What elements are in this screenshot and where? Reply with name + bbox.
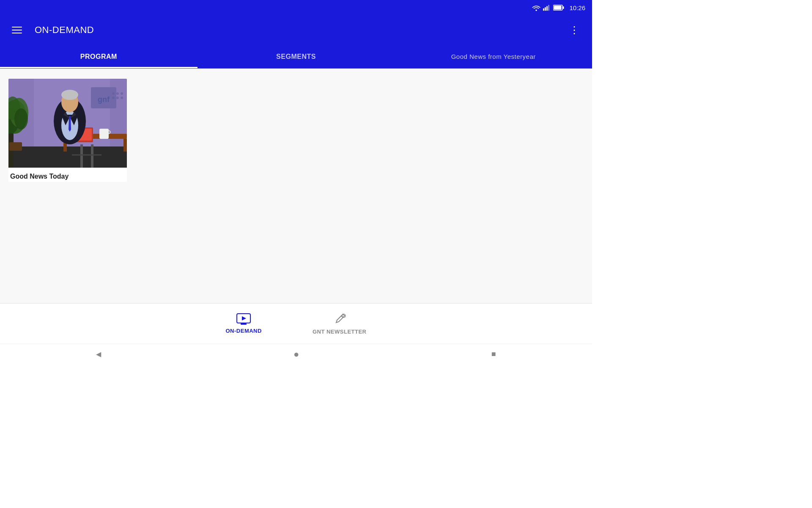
svg-rect-40 — [241, 323, 247, 325]
svg-rect-3 — [549, 5, 550, 11]
svg-rect-6 — [554, 6, 562, 10]
tab-good-news-yesteryear[interactable]: Good News from Yesteryear — [395, 45, 592, 68]
time-display: 10:26 — [569, 4, 585, 11]
svg-rect-17 — [8, 146, 127, 168]
svg-marker-39 — [242, 316, 246, 320]
hamburger-menu-button[interactable] — [8, 23, 25, 37]
svg-point-23 — [14, 108, 28, 130]
hamburger-line-2 — [12, 30, 22, 30]
program-card[interactable]: gnf — [8, 79, 127, 182]
back-button[interactable]: ◀ — [96, 350, 101, 358]
svg-point-13 — [121, 92, 123, 95]
more-options-button[interactable]: ⋮ — [566, 24, 584, 36]
nav-item-gnt-newsletter[interactable]: GNT NEWSLETTER — [313, 312, 367, 335]
tab-bar: PROGRAM SEGMENTS Good News from Yesterye… — [0, 45, 592, 69]
status-bar: 10:26 — [0, 0, 592, 15]
svg-point-16 — [121, 97, 123, 99]
on-demand-icon — [236, 313, 251, 325]
program-thumbnail: gnf — [8, 79, 127, 168]
battery-icon — [553, 5, 564, 11]
hamburger-line-3 — [12, 33, 22, 33]
svg-point-15 — [116, 97, 119, 99]
wifi-icon — [532, 4, 540, 11]
app-title: ON-DEMAND — [35, 25, 94, 36]
tab-program[interactable]: PROGRAM — [0, 45, 198, 68]
recent-apps-button[interactable]: ■ — [491, 350, 496, 359]
svg-point-12 — [116, 92, 119, 95]
signal-icon — [543, 4, 551, 11]
svg-rect-2 — [547, 6, 548, 11]
tab-segments[interactable]: SEGMENTS — [198, 45, 395, 68]
hamburger-line-1 — [12, 27, 22, 28]
program-title: Good News Today — [8, 168, 127, 182]
svg-rect-31 — [80, 144, 83, 168]
home-button[interactable]: ● — [294, 349, 299, 360]
nav-label-on-demand: ON-DEMAND — [226, 328, 262, 334]
main-content: gnf — [0, 69, 592, 303]
program-grid: gnf — [8, 79, 584, 182]
nav-item-on-demand[interactable]: ON-DEMAND — [226, 313, 262, 334]
system-nav: ◀ ● ■ — [0, 344, 592, 364]
nav-label-gnt-newsletter: GNT NEWSLETTER — [313, 329, 367, 335]
svg-rect-0 — [543, 8, 544, 11]
svg-rect-24 — [9, 142, 22, 151]
app-bar: ON-DEMAND ⋮ — [0, 15, 592, 45]
svg-point-14 — [112, 97, 115, 99]
svg-rect-32 — [91, 144, 93, 168]
svg-rect-1 — [545, 7, 546, 11]
status-icons: 10:26 — [532, 4, 585, 11]
svg-rect-27 — [123, 139, 127, 152]
bottom-nav: ON-DEMAND GNT NEWSLETTER — [0, 303, 592, 344]
newsletter-icon — [333, 312, 346, 326]
svg-rect-5 — [563, 6, 564, 9]
svg-point-11 — [112, 92, 115, 95]
svg-point-37 — [61, 90, 78, 100]
svg-text:gnf: gnf — [98, 95, 110, 104]
svg-rect-30 — [99, 129, 109, 139]
